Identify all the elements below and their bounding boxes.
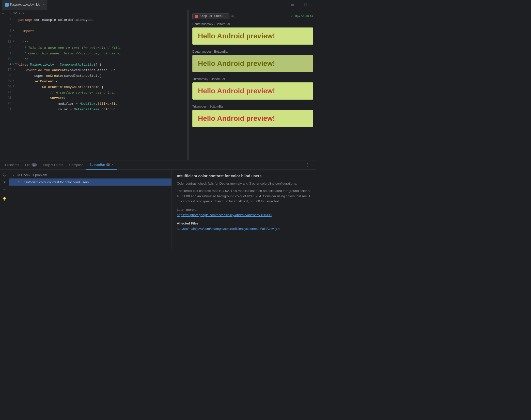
preview-section-deuteranopes: Deuteranopes - BottomBar Hello Android p… — [192, 50, 313, 72]
tab-project-errors[interactable]: Project Errors — [40, 160, 66, 170]
compose-icon: </> — [12, 63, 16, 65]
split-icon[interactable]: ⊟ — [231, 14, 233, 19]
kotlin-icon — [5, 3, 9, 7]
problem-item[interactable]: ⚠ Insufficient color contrast for color … — [9, 178, 171, 186]
code-line: 3 ▶ import ... — [0, 28, 189, 34]
ui-check-header: ∨ UI Check 1 problem — [9, 172, 171, 178]
tab-file[interactable]: File 21 — [22, 160, 40, 170]
window-icon[interactable]: □ — [303, 2, 308, 8]
code-line: 38 super.onCreate(savedInstanceState) — [0, 73, 189, 79]
preview-text-deuteranopes: Hello Android preview! — [198, 59, 275, 68]
code-line: 44 color = MaterialTheme.colorSc… — [0, 107, 189, 112]
problems-list: ∨ UI Check 1 problem ⚠ Insufficient colo… — [9, 170, 172, 249]
preview-text-tritanopes: Hello Android preview! — [198, 114, 275, 123]
expand-icon[interactable]: ∧ — [19, 11, 21, 15]
fold-icon[interactable]: ∨ — [13, 40, 14, 43]
list-icon: ☰ — [3, 189, 6, 193]
bulb-icon: 💡 — [2, 197, 7, 201]
code-line: 43 modifier = Modifier.fillMaxSi… — [0, 101, 189, 107]
affected-files-label: Affected Files: — [177, 221, 200, 225]
affected-file-link[interactable]: app/src/main/java/com/example/colordefic… — [177, 227, 280, 231]
preview-section-tritanomaly: Tritanomaly - BottomBar Hello Android pr… — [192, 77, 313, 100]
tab-mainactivity[interactable]: MainActivity.kt ✕ — [2, 0, 47, 10]
preview-panel: Stop UI Check ▾ ⊟ ✓ Up-to-date Deuterano… — [189, 10, 316, 160]
checkmark-icon: ✓ — [291, 15, 293, 18]
preview-label-deuteranopes: Deuteranopes - BottomBar — [192, 50, 313, 53]
fold-icon[interactable]: ▶ — [13, 28, 14, 32]
refresh-icon — [3, 173, 6, 176]
preview-section-deuteranomaly: Deuteranomaly - BottomBar Hello Android … — [192, 22, 313, 45]
tab-bar-icons: ⊞ ⊟ □ ⋯ — [290, 2, 314, 9]
eye-btn[interactable]: 👁 — [2, 180, 8, 186]
tab-bottombar[interactable]: BottomBar 1 ✕ — [86, 160, 117, 170]
detail-title: Insufficient color contrast for color bl… — [177, 174, 311, 178]
problem-text: Insufficient color contrast for color bl… — [23, 180, 89, 184]
tab-problems[interactable]: Problems — [2, 160, 22, 170]
tab-close-bottombar[interactable]: ✕ — [112, 163, 114, 166]
stop-btn-label: Stop UI Check — [200, 14, 224, 18]
preview-section-tritanopes: Tritanopes - BottomBar Hello Android pre… — [192, 105, 313, 127]
fold-icon[interactable]: ∨ — [14, 68, 15, 71]
chevron-down-icon[interactable]: ▾ — [225, 15, 227, 18]
code-line: 31 — [0, 34, 189, 40]
code-line: 41 // A surface container using the… — [0, 90, 189, 96]
detail-learn-more: Learn more at https://support.google.com… — [177, 207, 311, 218]
more-icon[interactable]: ⋯ — [310, 2, 314, 9]
grid-icon[interactable]: ⊞ — [290, 2, 295, 9]
preview-label-deuteranomaly: Deuteranomaly - BottomBar — [192, 22, 313, 26]
bulb-btn[interactable]: 💡 — [2, 196, 8, 202]
code-line: 1 package com.example.colordeficiencyco… — [0, 17, 189, 23]
code-line: 32 ∨ /** — [0, 40, 189, 45]
refresh-btn[interactable] — [2, 172, 8, 178]
fold-ui-check-btn[interactable]: ∨ — [12, 173, 15, 177]
detail-body: Color contrast check fails for Deuterano… — [177, 181, 311, 231]
preview-text-deuteranomaly: Hello Android preview! — [198, 32, 275, 40]
fold-icon[interactable]: ∨ — [13, 79, 14, 82]
tab-compose[interactable]: Compose — [66, 160, 86, 170]
scrollbar[interactable] — [187, 10, 189, 160]
code-line: 39 ∨ setContent { — [0, 79, 189, 84]
bottom-tabs: Problems File 21 Project Errors Compose … — [0, 160, 316, 170]
tab-bar: MainActivity.kt ✕ ⊞ ⊟ □ ⋯ — [0, 0, 316, 10]
code-lines: 1 package com.example.colordeficiencyco…… — [0, 16, 189, 113]
stop-icon — [195, 15, 198, 18]
warning-badge: ⚠ 9 — [2, 11, 8, 15]
code-line: 33 * This is a demo app to test the colo… — [0, 45, 189, 51]
minimize-icon[interactable]: — — [312, 163, 314, 167]
layout-icon[interactable]: ⊟ — [297, 2, 301, 9]
detail-learn-more-link[interactable]: https://support.google.com/accessibility… — [177, 213, 272, 217]
gutter-arrow: ⬆ — [12, 68, 14, 71]
detail-panel: Insufficient color contrast for color bl… — [172, 170, 316, 249]
preview-card-deuteranomaly: Hello Android preview! — [192, 27, 313, 45]
code-line: 35 */ — [0, 56, 189, 62]
side-toolbar: 👁 ☰ 💡 — [0, 170, 9, 249]
preview-card-tritanomaly: Hello Android preview! — [192, 82, 313, 100]
detail-body-2: The item's text contrast ratio is 4.02. … — [177, 188, 311, 204]
preview-text-tritanomaly: Hello Android preview! — [198, 87, 275, 95]
bottom-panel: Problems File 21 Project Errors Compose … — [0, 160, 316, 249]
list-btn[interactable]: ☰ — [2, 188, 8, 194]
uptodate-label: ✓ Up-to-date — [291, 14, 313, 18]
fold-icon[interactable]: ∨ — [13, 84, 14, 87]
bottom-tab-icons: ⋮ — — [306, 162, 314, 168]
code-line: 34 * Check this paper: https://vision.ps… — [0, 51, 189, 56]
tab-close-btn[interactable]: ✕ — [42, 3, 44, 6]
more-options-icon[interactable]: ⋮ — [306, 162, 310, 168]
code-line: 36 ▶ </> ∨ class MainActivity : Componen… — [0, 62, 189, 68]
preview-label-tritanopes: Tritanopes - BottomBar — [192, 105, 313, 108]
stop-ui-check-button[interactable]: Stop UI Check ▾ — [192, 13, 229, 19]
tab-label: MainActivity.kt — [10, 3, 40, 7]
editor-toolbar: ⚠ 9 ✓ 12 ∧ ∨ — [0, 10, 189, 16]
problem-count-label: 1 problem — [32, 173, 47, 177]
collapse-icon[interactable]: ∨ — [23, 11, 25, 15]
bottom-content: 👁 ☰ 💡 ∨ UI Check 1 problem ⚠ Insufficien… — [0, 170, 316, 249]
code-line: 37 ⬆ ∨ override fun onCreate(savedInstan… — [0, 68, 189, 73]
eye-icon: 👁 — [3, 181, 6, 185]
code-editor: ⚠ 9 ✓ 12 ∧ ∨ 1 package com.example.color… — [0, 10, 189, 160]
run-icon[interactable]: ▶ — [10, 62, 11, 66]
warning-icon: ⚠ — [17, 180, 21, 184]
code-line: 40 ∨ ColorDeficiencyColorTestTheme { — [0, 84, 189, 90]
main-area: ⚠ 9 ✓ 12 ∧ ∨ 1 package com.example.color… — [0, 10, 316, 160]
detail-body-1: Color contrast check fails for Deuterano… — [177, 181, 311, 186]
code-line: 2 — [0, 23, 189, 28]
